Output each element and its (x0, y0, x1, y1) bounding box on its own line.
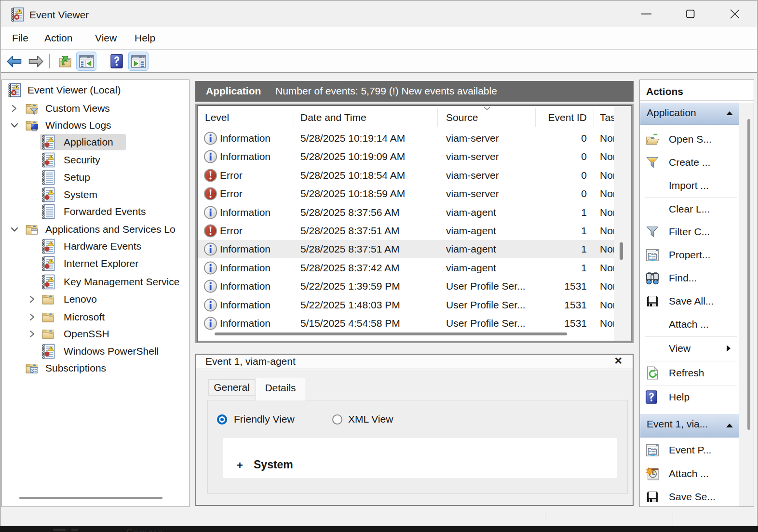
system-node[interactable]: +System (254, 458, 293, 471)
tree-item-openssh[interactable]: OpenSSH (2, 325, 189, 343)
menu-view[interactable]: View (95, 32, 117, 44)
menu-help[interactable]: Help (135, 32, 155, 44)
close-button[interactable] (713, 1, 757, 27)
event-row[interactable]: Error 5/28/2025 10:18:54 AM viam-server … (198, 166, 614, 185)
tab-general[interactable]: General (208, 379, 255, 396)
console-tree-toggle[interactable] (76, 52, 96, 71)
event-row[interactable]: Information 5/15/2025 4:54:58 PM User Pr… (198, 314, 614, 332)
event-row[interactable]: Information 5/28/2025 8:37:42 AM viam-ag… (198, 259, 614, 277)
action-open-saved-log[interactable]: Open S... (640, 128, 739, 151)
tree-item-key-management-service[interactable]: Key Management Service (2, 273, 189, 291)
export-button[interactable] (55, 52, 75, 71)
preview-header: Event 1, viam-agent ✕ (196, 355, 633, 369)
menu-action[interactable]: Action (44, 32, 72, 44)
event-row[interactable]: Information 5/28/2025 8:37:56 AM viam-ag… (198, 203, 614, 222)
microsoft-folder-icon (41, 309, 55, 325)
chevron-right-icon[interactable] (11, 104, 18, 113)
event-row[interactable]: Error 5/28/2025 8:37:51 AM viam-agent 1 … (198, 222, 614, 240)
action-label: Save Se... (669, 491, 716, 503)
chevron-right-icon[interactable] (28, 295, 36, 304)
tree-item-application[interactable]: Application (2, 133, 189, 151)
tree-item-internet-explorer[interactable]: Internet Explorer (2, 255, 189, 272)
list-title: Application (206, 85, 261, 97)
tree-item-system[interactable]: System (2, 186, 189, 203)
tree-item-subscriptions[interactable]: Subscriptions (2, 359, 189, 377)
level-icon (203, 279, 217, 293)
action-attach-task[interactable]: Attach ... (640, 313, 739, 336)
action-find[interactable]: Find... (640, 266, 739, 290)
tree-item-custom-views[interactable]: Custom Views (2, 100, 189, 117)
tree-item-windows-logs[interactable]: Windows Logs (2, 117, 189, 134)
preview-close-icon[interactable]: ✕ (614, 355, 623, 367)
event-list-horizontal-scrollbar[interactable] (215, 332, 567, 335)
close-icon (731, 10, 739, 18)
action-refresh[interactable]: Refresh (640, 361, 739, 385)
cell-event-id: 1 (535, 207, 587, 218)
menu-file[interactable]: File (12, 32, 28, 44)
action-filter-current-log[interactable]: Filter C... (640, 220, 739, 243)
action-properties[interactable]: Propert... (640, 243, 739, 266)
actions-group-event[interactable]: Event 1, via... (640, 414, 739, 438)
chevron-down-icon[interactable] (10, 121, 19, 129)
action-save-selected-events[interactable]: Save Se... (640, 485, 739, 507)
action-help[interactable]: Help (640, 386, 739, 409)
event-row-selected[interactable]: Information 5/28/2025 8:37:51 AM viam-ag… (198, 240, 614, 258)
tree-item-event-viewer-local[interactable]: Event Viewer (Local) (2, 81, 189, 99)
system-label: System (254, 458, 293, 471)
chevron-down-icon[interactable] (10, 226, 19, 233)
tree-item-security[interactable]: Security (2, 151, 189, 169)
tree-item-windows-powershell[interactable]: Windows PowerShell (2, 343, 189, 360)
action-attach-task-to-event[interactable]: Attach ... (640, 462, 739, 485)
action-save-all-events[interactable]: Save All... (640, 290, 739, 313)
action-pane-toggle[interactable] (128, 52, 149, 71)
action-label: Propert... (669, 249, 710, 261)
tab-details[interactable]: Details (256, 378, 305, 400)
tree-item-hardware-events[interactable]: Hardware Events (2, 238, 189, 255)
taskbar-remnant-text: Camera (126, 528, 164, 532)
action-clear-log[interactable]: Clear L... (640, 198, 739, 221)
collapse-triangle-icon[interactable] (726, 424, 733, 427)
chevron-right-icon[interactable] (28, 330, 36, 338)
cell-level: Information (220, 133, 271, 144)
cell-task-category: None (600, 207, 614, 218)
event-row[interactable]: Information 5/28/2025 10:19:09 AM viam-s… (198, 147, 614, 166)
tree-item-setup[interactable]: Setup (2, 169, 189, 186)
action-event-properties[interactable]: Event P... (640, 439, 739, 462)
back-button[interactable] (4, 52, 24, 71)
expand-plus-icon[interactable]: + (237, 459, 243, 472)
xml-view-radio[interactable] (332, 414, 342, 425)
cell-source: viam-agent (446, 207, 496, 218)
tree-item-lenovo[interactable]: Lenovo (2, 291, 189, 308)
toolbar-separator (49, 54, 50, 68)
actions-scrollbar[interactable] (747, 119, 750, 430)
actions-scrollbar-track[interactable] (739, 103, 754, 506)
tree-horizontal-scrollbar[interactable] (19, 497, 162, 499)
actions-group-application[interactable]: Application (640, 103, 739, 125)
actions-pane: Actions Application Open S... Create ...… (639, 80, 754, 507)
event-viewer-window: Event Viewer File Action View Help Event… (0, 0, 758, 526)
collapse-triangle-icon[interactable] (726, 111, 733, 115)
tree-item-forwarded-events[interactable]: Forwarded Events (2, 203, 189, 220)
action-view[interactable]: View (640, 337, 739, 360)
friendly-view-radio[interactable] (217, 414, 227, 425)
maximize-button[interactable] (668, 1, 713, 27)
event-list-vertical-scrollbar[interactable] (620, 242, 623, 260)
event-row[interactable]: Information 5/22/2025 1:48:03 PM User Pr… (198, 296, 614, 314)
chevron-right-icon[interactable] (28, 313, 36, 321)
subscriptions-icon (25, 360, 39, 376)
forward-button[interactable] (26, 52, 46, 71)
event-row[interactable]: Information 5/28/2025 10:19:14 AM viam-s… (198, 129, 614, 147)
minimize-button[interactable] (624, 1, 668, 27)
cell-task-category: None (600, 133, 614, 144)
action-import-custom-view[interactable]: Import ... (640, 174, 739, 197)
cell-level: Information (220, 299, 271, 311)
event-row[interactable]: Information 5/22/2025 1:39:59 PM User Pr… (198, 277, 614, 295)
event-row[interactable]: Error 5/28/2025 10:18:59 AM viam-server … (198, 185, 614, 203)
action-create-custom-view[interactable]: Create ... (640, 151, 739, 174)
tree-item-microsoft[interactable]: Microsoft (2, 308, 189, 326)
level-icon (203, 261, 217, 275)
cell-source: viam-server (446, 188, 499, 200)
help-button[interactable] (107, 52, 127, 71)
status-separator (545, 508, 545, 525)
tree-item-applications-services-logs[interactable]: Applications and Services Lo (2, 221, 189, 238)
